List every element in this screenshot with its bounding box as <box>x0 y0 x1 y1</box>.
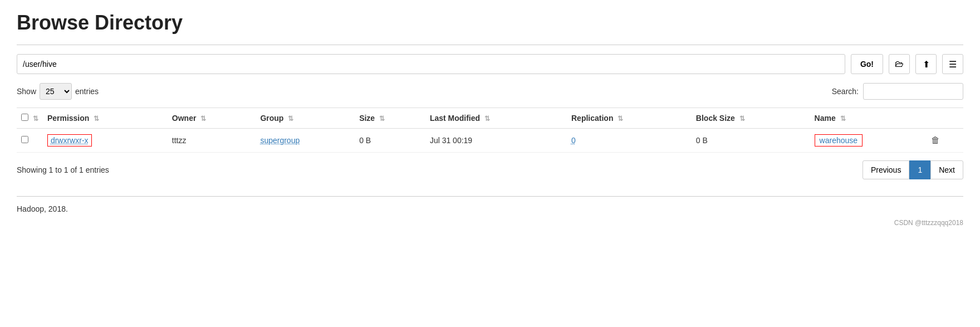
permission-cell[interactable]: drwxrwxr-x <box>47 134 92 147</box>
list-icon: ☰ <box>949 59 957 70</box>
last-modified-col-header: Last Modified <box>430 114 480 123</box>
controls-row: Show 10 25 50 100 entries Search: <box>17 83 963 100</box>
row-checkbox[interactable] <box>21 136 28 143</box>
group-cell[interactable]: supergroup <box>260 136 300 145</box>
next-button[interactable]: Next <box>930 160 963 179</box>
footer-row: Showing 1 to 1 of 1 entries Previous 1 N… <box>17 160 963 179</box>
owner-sort-icon[interactable]: ⇅ <box>200 115 206 123</box>
top-divider <box>17 45 963 45</box>
size-sort-icon[interactable]: ⇅ <box>379 115 385 123</box>
search-bar: Search: <box>832 83 963 100</box>
path-bar: Go! 🗁 ⬆ ☰ <box>17 54 963 74</box>
directory-table: ⇅ Permission ⇅ Owner ⇅ Group ⇅ Size ⇅ La… <box>17 108 963 153</box>
block-size-sort-icon[interactable]: ⇅ <box>739 115 745 123</box>
last-modified-cell: Jul 31 00:19 <box>430 136 472 145</box>
group-sort-icon[interactable]: ⇅ <box>288 115 293 123</box>
replication-sort-icon[interactable]: ⇅ <box>618 115 623 123</box>
name-cell[interactable]: warehouse <box>815 134 863 147</box>
block-size-cell: 0 B <box>696 136 708 145</box>
size-cell: 0 B <box>359 136 371 145</box>
select-all-checkbox[interactable] <box>21 114 28 121</box>
permission-sort-icon[interactable]: ⇅ <box>94 115 99 123</box>
showing-text: Showing 1 to 1 of 1 entries <box>17 165 109 174</box>
copyright-text: Hadoop, 2018. <box>17 204 963 213</box>
entries-label: entries <box>75 87 99 96</box>
show-label: Show <box>17 87 36 96</box>
size-col-header: Size <box>359 114 375 123</box>
show-entries: Show 10 25 50 100 entries <box>17 83 99 100</box>
search-label: Search: <box>832 87 859 96</box>
path-input[interactable] <box>17 54 845 74</box>
upload-icon: ⬆ <box>923 59 930 70</box>
pagination: Previous 1 Next <box>863 160 963 179</box>
watermark-text: CSDN @tttzzzqqq2018 <box>17 219 963 227</box>
delete-icon[interactable]: 🗑 <box>931 135 940 145</box>
entries-select[interactable]: 10 25 50 100 <box>40 83 72 100</box>
upload-button[interactable]: ⬆ <box>915 54 937 74</box>
last-modified-sort-icon[interactable]: ⇅ <box>484 115 490 123</box>
folder-button[interactable]: 🗁 <box>889 54 910 74</box>
name-col-header: Name <box>815 114 836 123</box>
group-col-header: Group <box>260 114 283 123</box>
replication-col-header: Replication <box>571 114 613 123</box>
table-row: drwxrwxr-x tttzz supergroup 0 B Jul 31 0… <box>17 129 963 153</box>
go-button[interactable]: Go! <box>851 54 883 74</box>
sort-all-icon[interactable]: ⇅ <box>33 115 38 123</box>
page-title: Browse Directory <box>17 11 963 35</box>
page-1-button[interactable]: 1 <box>909 160 930 179</box>
search-input[interactable] <box>863 83 963 100</box>
bottom-divider <box>17 196 963 197</box>
permission-col-header: Permission <box>47 114 89 123</box>
replication-cell[interactable]: 0 <box>571 136 576 145</box>
folder-icon: 🗁 <box>895 59 904 69</box>
previous-button[interactable]: Previous <box>863 160 909 179</box>
owner-cell: tttzz <box>172 136 187 145</box>
owner-col-header: Owner <box>172 114 197 123</box>
list-button[interactable]: ☰ <box>942 54 963 74</box>
block-size-col-header: Block Size <box>696 114 735 123</box>
name-sort-icon[interactable]: ⇅ <box>840 115 846 123</box>
